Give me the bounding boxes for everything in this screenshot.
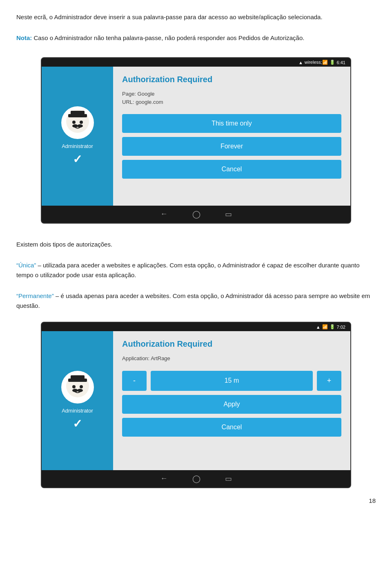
time-row: - 15 m + (122, 371, 341, 391)
auth-info-2: Application: ArtRage (122, 354, 341, 363)
url-value: google.com (136, 99, 163, 105)
svg-rect-9 (71, 375, 85, 380)
page-label: Page: (122, 91, 136, 97)
cancel-button-1[interactable]: Cancel (122, 160, 341, 179)
svg-point-10 (72, 385, 76, 388)
auth-title-2: Authorization Required (122, 339, 341, 349)
status-icons-2: ▲ 📶 🔋 7:02 (316, 324, 345, 330)
recents-icon-2[interactable]: ▭ (225, 474, 232, 483)
status-icons-1: ▲ wireless;📶 🔋 6:41 (298, 60, 345, 65)
intro-para1: Neste ecrã, o Administrador deve inserir… (16, 12, 376, 22)
left-panel-1: Administrator ✓ (42, 67, 113, 206)
avatar-2 (61, 371, 94, 404)
recents-icon-1[interactable]: ▭ (225, 210, 232, 219)
battery-icon-2: 🔋 (330, 324, 335, 330)
battery-icon: 🔋 (330, 60, 335, 65)
device-content-1: Administrator ✓ Authorization Required P… (42, 67, 350, 206)
svg-rect-2 (71, 111, 85, 116)
signal-icon: ▲ (298, 60, 303, 65)
checkmark-icon-1: ✓ (73, 152, 82, 166)
cancel-button-2[interactable]: Cancel (122, 418, 341, 437)
middle-para2: “Única” – utilizada para aceder a websit… (16, 260, 376, 280)
unica-label: “Única” (16, 262, 36, 269)
note-label: Nota: (16, 34, 32, 41)
middle-para1: Existem dois tipos de autorizações. (16, 240, 376, 249)
left-panel-2: Administrator ✓ (42, 331, 113, 470)
auth-title-1: Authorization Required (122, 75, 341, 84)
svg-point-11 (80, 385, 83, 388)
middle-para3: “Permanente” – é usada apenas para acede… (16, 291, 376, 311)
wifi-icon: wireless;📶 (305, 60, 328, 65)
page-value: Google (138, 91, 155, 97)
avatar-1 (61, 106, 94, 139)
app-value: ArtRage (151, 355, 170, 361)
statusbar-time-2: 7:02 (337, 325, 345, 330)
unica-rest: – utilizada para aceder a websites e apl… (16, 262, 360, 278)
device-statusbar-2: ▲ 📶 🔋 7:02 (42, 323, 350, 331)
device-screenshot-2: ▲ 📶 🔋 7:02 Administrator (41, 322, 351, 488)
back-icon-1[interactable]: ← (160, 210, 168, 219)
auth-info-1: Page: Google URL: google.com (122, 90, 341, 106)
device-navbar-1: ← ◯ ▭ (42, 206, 350, 223)
device-statusbar-1: ▲ wireless;📶 🔋 6:41 (42, 58, 350, 67)
app-label: Application: (122, 355, 149, 361)
forever-button[interactable]: Forever (122, 137, 341, 156)
minus-button[interactable]: - (122, 371, 147, 391)
right-panel-2: Authorization Required Application: ArtR… (113, 331, 350, 470)
admin-label-1: Administrator (62, 143, 93, 149)
device-screenshot-1: ▲ wireless;📶 🔋 6:41 (41, 57, 351, 224)
url-label: URL: (122, 99, 134, 105)
apply-button[interactable]: Apply (122, 395, 341, 414)
home-icon-2[interactable]: ◯ (192, 474, 200, 483)
home-icon-1[interactable]: ◯ (192, 210, 200, 219)
admin-label-2: Administrator (62, 408, 93, 414)
right-panel-1: Authorization Required Page: Google URL:… (113, 67, 350, 206)
svg-point-3 (72, 121, 76, 124)
time-display: 15 m (151, 371, 313, 391)
permanente-label: “Permanente” (16, 292, 54, 299)
plus-button[interactable]: + (317, 371, 341, 391)
checkmark-icon-2: ✓ (73, 417, 82, 431)
intro-para2-rest: Caso o Administrador não tenha palavra-p… (32, 34, 304, 41)
device-navbar-2: ← ◯ ▭ (42, 470, 350, 487)
intro-para2: Nota: Caso o Administrador não tenha pal… (16, 33, 376, 43)
svg-point-4 (80, 121, 83, 124)
permanente-rest: – é usada apenas para aceder a websites.… (16, 292, 370, 309)
page-number: 18 (16, 497, 376, 504)
statusbar-time-1: 6:41 (337, 60, 345, 65)
this-time-only-button[interactable]: This time only (122, 114, 341, 133)
signal-icon-2: ▲ (316, 325, 321, 330)
wifi-icon-2: 📶 (322, 324, 328, 330)
device-content-2: Administrator ✓ Authorization Required A… (42, 331, 350, 470)
back-icon-2[interactable]: ← (160, 474, 168, 483)
